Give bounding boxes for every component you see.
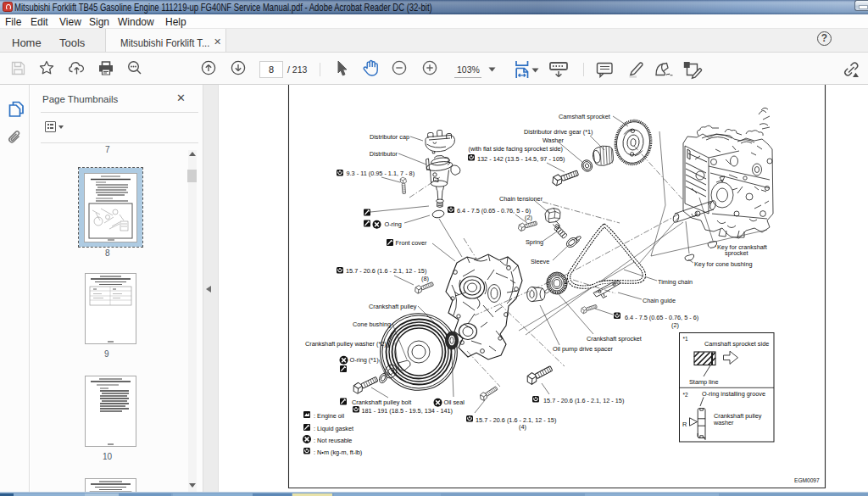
svg-text:R: R <box>682 421 687 428</box>
svg-text:O-ring: O-ring <box>385 220 402 228</box>
svg-text:Crankshaft pulley bolt: Crankshaft pulley bolt <box>352 398 411 406</box>
svg-text:Chain guide: Chain guide <box>643 297 676 304</box>
svg-text:15.7 - 20.6 (1.6 - 2.1, 12 - 1: 15.7 - 20.6 (1.6 - 2.1, 12 - 15) <box>543 397 624 404</box>
svg-text:Timing chain: Timing chain <box>658 278 693 286</box>
svg-text:O-ring installing groove: O-ring installing groove <box>702 390 765 398</box>
svg-text:: N•m (kg-m, ft-lb): : N•m (kg-m, ft-lb) <box>314 449 362 456</box>
svg-text:Oil pump drive spacer: Oil pump drive spacer <box>553 345 614 353</box>
svg-text:15.7 - 20.6 (1.6 - 2.1, 12 - 1: 15.7 - 20.6 (1.6 - 2.1, 12 - 15) <box>476 416 556 424</box>
svg-text:132 - 142 (13.5 - 14.5, 97 - 1: 132 - 142 (13.5 - 14.5, 97 - 105) <box>477 155 565 163</box>
svg-text:Sleeve: Sleeve <box>531 258 549 265</box>
svg-text:6.4 - 7.5 (0.65 - 0.76, 5 - 6): 6.4 - 7.5 (0.65 - 0.76, 5 - 6) <box>625 314 698 321</box>
svg-text:O-ring (*1): O-ring (*1) <box>350 356 379 364</box>
svg-text:Camshaft sprocket side: Camshaft sprocket side <box>704 340 769 348</box>
svg-text:(2): (2) <box>525 214 532 221</box>
svg-text:: Engine oil: : Engine oil <box>314 412 344 420</box>
svg-text:Crankshaft pulley: Crankshaft pulley <box>369 303 417 310</box>
svg-text:(with flat side facing sprocke: (with flat side facing sprocket side) <box>469 145 564 153</box>
svg-text:Distributor cap: Distributor cap <box>370 133 409 141</box>
svg-text:Crankshaft pulley washer (*2): Crankshaft pulley washer (*2) <box>305 340 387 348</box>
svg-text:9.3 - 11 (0.95 - 1.1, 7 - 8): 9.3 - 11 (0.95 - 1.1, 7 - 8) <box>347 170 415 177</box>
svg-text:Cone bushing: Cone bushing <box>353 320 391 328</box>
svg-text:Washer: Washer <box>542 137 564 144</box>
svg-text:EGM0097: EGM0097 <box>794 477 820 483</box>
svg-text:Distributor: Distributor <box>370 150 398 158</box>
svg-text:Key for cone bushing: Key for cone bushing <box>694 260 753 268</box>
svg-text:*2: *2 <box>683 392 689 398</box>
svg-text:Spring: Spring <box>526 238 543 246</box>
svg-text:*1: *1 <box>683 336 689 342</box>
svg-text:Front cover: Front cover <box>396 239 427 247</box>
svg-text:(2): (2) <box>671 321 679 329</box>
svg-text:(4): (4) <box>519 423 526 431</box>
svg-text:6.4 - 7.5 (0.65 - 0.76, 5 - 6): 6.4 - 7.5 (0.65 - 0.76, 5 - 6) <box>457 207 531 215</box>
svg-text:sprocket: sprocket <box>725 249 748 257</box>
svg-text:washer: washer <box>713 419 734 426</box>
svg-text:Camshaft sprocket: Camshaft sprocket <box>559 113 610 120</box>
svg-text:(8): (8) <box>421 275 429 282</box>
svg-text:Stamp line: Stamp line <box>689 378 718 386</box>
svg-text:Distributor drive gear (*1): Distributor drive gear (*1) <box>524 128 593 136</box>
svg-text:Oil seal: Oil seal <box>444 398 465 406</box>
svg-text:181 - 191 (18.5 - 19.5, 134 -: 181 - 191 (18.5 - 19.5, 134 - 141) <box>362 407 453 415</box>
svg-text:: Not reusable: : Not reusable <box>314 437 352 444</box>
svg-text:Crankshaft sprocket: Crankshaft sprocket <box>587 335 642 343</box>
svg-text:: Liquid gasket: : Liquid gasket <box>314 425 353 432</box>
svg-text:Chain tensioner: Chain tensioner <box>499 195 543 203</box>
svg-text:15.7 - 20.6 (1.6 - 2.1, 12 - 1: 15.7 - 20.6 (1.6 - 2.1, 12 - 15) <box>346 267 426 275</box>
